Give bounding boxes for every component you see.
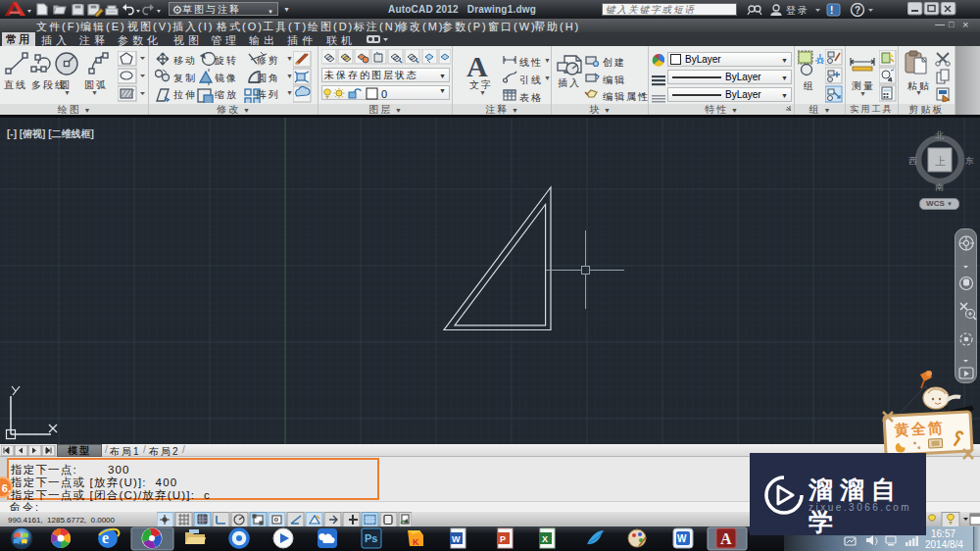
svg-text:0: 0	[381, 88, 387, 100]
svg-text:W: W	[677, 533, 687, 544]
svg-text:A: A	[720, 530, 732, 547]
svg-text:!: !	[830, 5, 833, 16]
svg-text:西: 西	[908, 156, 919, 166]
svg-text:P: P	[500, 534, 506, 544]
svg-text:黄全简: 黄全简	[894, 419, 945, 438]
svg-text:X: X	[542, 534, 548, 544]
svg-text:上: 上	[935, 155, 948, 167]
svg-text:?: ?	[855, 5, 860, 16]
svg-text:登录: 登录	[786, 5, 809, 16]
svg-text:Ps: Ps	[365, 532, 377, 544]
svg-text:北: 北	[935, 130, 946, 140]
svg-text:W: W	[452, 534, 461, 544]
svg-text:南: 南	[935, 182, 946, 192]
svg-text:K: K	[413, 537, 419, 547]
svg-text:东: 东	[964, 156, 975, 166]
